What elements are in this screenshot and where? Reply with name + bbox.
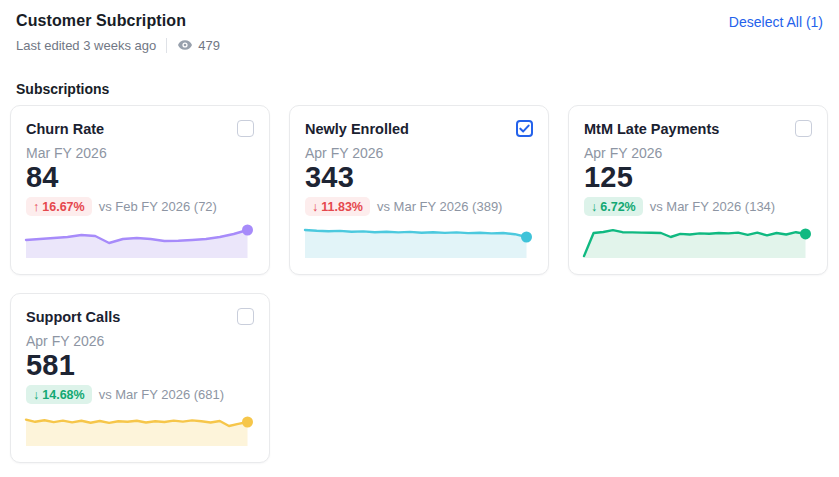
- page-header: Customer Subcription Last edited 3 weeks…: [0, 0, 839, 53]
- card-header-row: Churn Rate: [26, 120, 254, 137]
- comparison-text: vs Mar FY 2026 (389): [377, 199, 502, 214]
- header-meta-row: Last edited 3 weeks ago 479: [16, 37, 220, 53]
- page-title: Customer Subcription: [16, 12, 220, 30]
- card-header-row: Newly Enrolled: [305, 120, 533, 137]
- metric-card: Churn Rate Mar FY 2026 84 ↑ 16.67% vs Fe…: [10, 105, 270, 275]
- delta-arrow-icon: ↓: [33, 388, 39, 402]
- section-title: Subscriptions: [16, 81, 823, 97]
- metric-value: 581: [26, 349, 254, 382]
- metric-period: Apr FY 2026: [26, 333, 254, 349]
- delta-arrow-icon: ↓: [591, 200, 597, 214]
- metric-delta-row: ↑ 16.67% vs Feb FY 2026 (72): [26, 197, 254, 216]
- delta-percent: 11.83%: [321, 200, 363, 214]
- metric-value: 125: [584, 161, 812, 194]
- metric-title: MtM Late Payments: [584, 120, 719, 137]
- header-left: Customer Subcription Last edited 3 weeks…: [16, 12, 220, 53]
- delta-badge: ↓ 6.72%: [584, 197, 643, 216]
- metric-value: 84: [26, 161, 254, 194]
- metric-period: Apr FY 2026: [584, 145, 812, 161]
- metric-title: Support Calls: [26, 308, 120, 325]
- metric-card: Newly Enrolled Apr FY 2026 343 ↓ 11.83% …: [289, 105, 549, 275]
- deselect-all-link[interactable]: Deselect All (1): [729, 14, 823, 30]
- metric-delta-row: ↓ 6.72% vs Mar FY 2026 (134): [584, 197, 812, 216]
- trend-sparkline: [26, 222, 254, 258]
- metric-delta-row: ↓ 14.68% vs Mar FY 2026 (681): [26, 385, 254, 404]
- metric-select-checkbox[interactable]: [795, 120, 812, 137]
- comparison-text: vs Feb FY 2026 (72): [99, 199, 217, 214]
- trend-sparkline: [305, 222, 533, 258]
- metric-value: 343: [305, 161, 533, 194]
- delta-percent: 6.72%: [600, 200, 635, 214]
- metric-delta-row: ↓ 11.83% vs Mar FY 2026 (389): [305, 197, 533, 216]
- metric-title: Newly Enrolled: [305, 120, 409, 137]
- last-edited-text: Last edited 3 weeks ago: [16, 38, 156, 53]
- trend-sparkline: [26, 410, 254, 446]
- metric-select-checkbox[interactable]: [237, 120, 254, 137]
- comparison-text: vs Mar FY 2026 (134): [650, 199, 775, 214]
- trend-sparkline: [584, 222, 812, 258]
- delta-percent: 14.68%: [42, 388, 84, 402]
- card-header-row: Support Calls: [26, 308, 254, 325]
- delta-arrow-icon: ↑: [33, 200, 39, 214]
- delta-arrow-icon: ↓: [312, 200, 318, 214]
- metric-select-checkbox[interactable]: [516, 120, 533, 137]
- views-counter: 479: [177, 37, 220, 53]
- checkmark-icon: [519, 123, 530, 134]
- delta-percent: 16.67%: [42, 200, 84, 214]
- delta-badge: ↓ 11.83%: [305, 197, 370, 216]
- card-header-row: MtM Late Payments: [584, 120, 812, 137]
- meta-divider: [166, 38, 167, 53]
- metric-period: Apr FY 2026: [305, 145, 533, 161]
- metric-card: Support Calls Apr FY 2026 581 ↓ 14.68% v…: [10, 293, 270, 463]
- eye-icon: [177, 37, 193, 53]
- metric-select-checkbox[interactable]: [237, 308, 254, 325]
- views-count: 479: [198, 38, 220, 53]
- metric-period: Mar FY 2026: [26, 145, 254, 161]
- metric-card: MtM Late Payments Apr FY 2026 125 ↓ 6.72…: [568, 105, 828, 275]
- metric-title: Churn Rate: [26, 120, 104, 137]
- metric-cards-grid: Churn Rate Mar FY 2026 84 ↑ 16.67% vs Fe…: [10, 105, 828, 463]
- comparison-text: vs Mar FY 2026 (681): [99, 387, 224, 402]
- delta-badge: ↑ 16.67%: [26, 197, 92, 216]
- delta-badge: ↓ 14.68%: [26, 385, 92, 404]
